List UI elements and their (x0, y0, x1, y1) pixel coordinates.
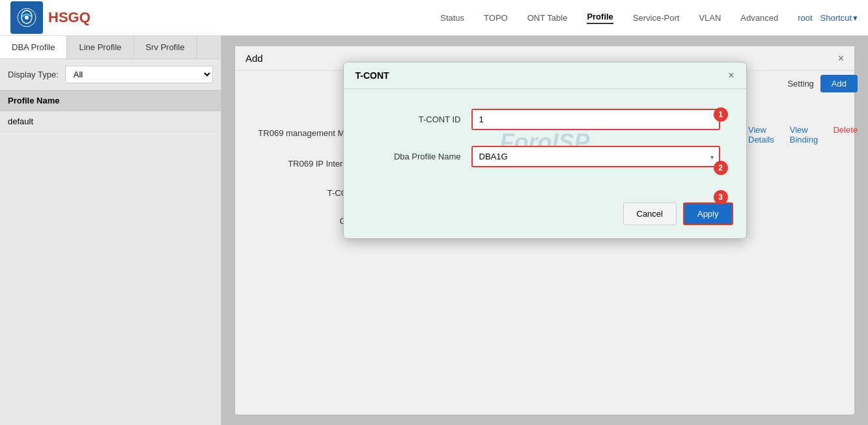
display-type-select[interactable]: All (65, 66, 213, 83)
settings-add-button[interactable]: Add (820, 75, 858, 92)
nav-topo[interactable]: TOPO (484, 13, 508, 23)
view-details-link[interactable]: View Details (748, 125, 785, 144)
left-panel: DBA Profile Line Profile Srv Profile Dis… (0, 36, 221, 425)
nav-user: root (798, 13, 812, 23)
display-type-label: Display Type: (8, 70, 59, 79)
tab-line-profile[interactable]: Line Profile (67, 36, 133, 59)
nav-advanced[interactable]: Advanced (740, 13, 778, 23)
nav-service-port[interactable]: Service-Port (633, 13, 680, 23)
apply-button[interactable]: Apply (683, 202, 733, 225)
step-1-indicator: 1 (714, 107, 728, 122)
tcont-id-row: T-CONT ID (370, 109, 720, 130)
dba-profile-select[interactable]: DBA1G (471, 146, 720, 167)
dba-profile-label: Dba Profile Name (370, 152, 461, 161)
tcont-id-input[interactable] (471, 109, 720, 130)
setting-label: Setting (787, 79, 813, 89)
profile-tabs: DBA Profile Line Profile Srv Profile (0, 36, 221, 59)
dba-profile-select-wrap: DBA1G ▾ (471, 146, 720, 167)
cancel-button[interactable]: Cancel (623, 202, 677, 225)
dba-profile-row: Dba Profile Name DBA1G ▾ (370, 146, 720, 167)
logo-area: HSGQ (10, 1, 91, 34)
nav-links: Status TOPO ONT Table Profile Service-Po… (440, 12, 778, 24)
nav-ont-table[interactable]: ONT Table (527, 13, 568, 23)
right-panel: Add × TR069 management Mode Disable TR06… (221, 36, 868, 425)
tcont-dialog-footer: Cancel Apply (344, 196, 746, 238)
settings-area: Setting Add View Details View Binding De… (738, 36, 868, 144)
tcont-dialog-close[interactable]: × (728, 70, 734, 81)
main-content: DBA Profile Line Profile Srv Profile Dis… (0, 36, 868, 425)
tcont-dialog-body: ForoISP 1 T-CONT ID 2 Dba Profile Name D… (344, 89, 746, 196)
top-navigation: HSGQ Status TOPO ONT Table Profile Servi… (0, 0, 868, 36)
view-binding-link[interactable]: View Binding (790, 125, 828, 144)
svg-point-1 (25, 16, 29, 20)
nav-profile[interactable]: Profile (587, 12, 613, 24)
tab-srv-profile[interactable]: Srv Profile (134, 36, 197, 59)
list-item[interactable]: default (0, 111, 221, 132)
setting-row: Setting Add (748, 75, 858, 92)
display-type-row: Display Type: All (0, 59, 221, 90)
nav-shortcut[interactable]: Shortcut ▾ (820, 13, 858, 23)
tcont-id-label: T-CONT ID (370, 115, 461, 124)
tab-dba-profile[interactable]: DBA Profile (0, 36, 67, 59)
nav-status[interactable]: Status (440, 13, 464, 23)
tcont-dialog: T-CONT × ForoISP 1 T-CONT ID 2 Dba Profi… (343, 62, 747, 239)
logo-icon (10, 1, 43, 34)
delete-link[interactable]: Delete (833, 125, 858, 144)
outer-modal-title: Add (245, 53, 263, 64)
nav-right: root Shortcut ▾ (798, 13, 858, 23)
nav-vlan[interactable]: VLAN (699, 13, 721, 23)
logo-text: HSGQ (48, 9, 91, 26)
profile-table-header: Profile Name (0, 90, 221, 111)
tcont-dialog-header: T-CONT × (344, 62, 746, 89)
tcont-dialog-title: T-CONT (356, 70, 389, 81)
step-2-indicator: 2 (714, 161, 728, 175)
step-3-indicator: 3 (714, 190, 728, 204)
